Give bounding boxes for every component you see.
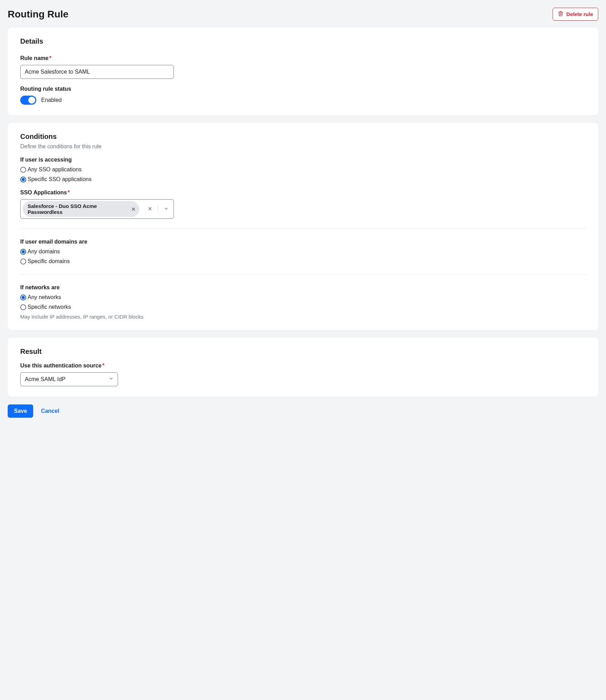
accessing-label: If user is accessing: [20, 157, 586, 163]
clear-all-icon[interactable]: ✕: [145, 205, 155, 213]
conditions-heading: Conditions: [20, 133, 586, 141]
conditions-card: Conditions Define the conditions for thi…: [8, 123, 598, 330]
required-asterisk: *: [102, 363, 104, 368]
details-card: Details Rule name* Routing rule status E…: [8, 28, 598, 115]
result-heading: Result: [20, 348, 586, 356]
rule-name-label: Rule name*: [20, 55, 586, 61]
save-button[interactable]: Save: [8, 404, 33, 418]
radio-specific-networks-label: Specific networks: [28, 304, 71, 310]
radio-any-domains[interactable]: Any domains: [20, 248, 586, 255]
auth-source-select[interactable]: Acme SAML IdP: [20, 372, 118, 386]
divider: [158, 206, 158, 213]
status-value: Enabled: [41, 97, 62, 103]
sso-apps-label: SSO Applications*: [20, 189, 586, 196]
radio-specific-sso-label: Specific SSO applications: [28, 176, 91, 183]
trash-icon: [558, 11, 563, 17]
page-title: Routing Rule: [8, 9, 68, 20]
rule-status-label: Routing rule status: [20, 86, 586, 92]
cancel-button[interactable]: Cancel: [41, 408, 59, 414]
status-toggle[interactable]: [20, 96, 36, 105]
radio-specific-networks[interactable]: Specific networks: [20, 304, 586, 310]
chip-remove-icon[interactable]: ✕: [131, 207, 136, 212]
radio-icon: [20, 295, 26, 300]
divider: [20, 274, 586, 275]
divider: [20, 229, 586, 229]
delete-rule-button[interactable]: Delete rule: [553, 8, 598, 21]
required-asterisk: *: [49, 55, 51, 61]
radio-any-sso-label: Any SSO applications: [28, 166, 82, 173]
radio-specific-domains[interactable]: Specific domains: [20, 258, 586, 265]
rule-name-input[interactable]: [20, 65, 174, 79]
radio-specific-domains-label: Specific domains: [28, 258, 70, 265]
networks-label: If networks are: [20, 284, 586, 291]
chevron-down-icon: [109, 376, 113, 382]
radio-icon: [20, 304, 26, 310]
result-card: Result Use this authentication source* A…: [8, 338, 598, 397]
networks-hint: May include IP addresses, IP ranges, or …: [20, 314, 586, 320]
auth-source-label-text: Use this authentication source: [20, 363, 102, 368]
chip-label: Salesforce - Duo SSO Acme Passwordless: [28, 203, 128, 215]
radio-icon: [20, 249, 26, 255]
domains-label: If user email domains are: [20, 239, 586, 245]
radio-any-domains-label: Any domains: [28, 248, 60, 255]
radio-icon: [20, 167, 26, 173]
chevron-down-icon[interactable]: [161, 205, 171, 214]
toggle-knob: [28, 97, 35, 104]
delete-rule-label: Delete rule: [566, 11, 593, 17]
auth-source-value: Acme SAML IdP: [25, 376, 66, 382]
radio-any-networks[interactable]: Any networks: [20, 294, 586, 300]
radio-icon: [20, 259, 26, 265]
details-heading: Details: [20, 37, 586, 45]
rule-name-label-text: Rule name: [20, 55, 49, 61]
auth-source-label: Use this authentication source*: [20, 363, 586, 369]
footer-actions: Save Cancel: [8, 404, 598, 418]
radio-any-networks-label: Any networks: [28, 294, 61, 300]
radio-icon: [20, 177, 26, 183]
required-asterisk: *: [68, 189, 70, 195]
sso-apps-multiselect[interactable]: Salesforce - Duo SSO Acme Passwordless ✕…: [20, 199, 174, 219]
radio-specific-sso[interactable]: Specific SSO applications: [20, 176, 586, 183]
sso-apps-label-text: SSO Applications: [20, 189, 67, 195]
radio-any-sso[interactable]: Any SSO applications: [20, 166, 586, 173]
sso-app-chip: Salesforce - Duo SSO Acme Passwordless ✕: [23, 201, 139, 217]
conditions-subtitle: Define the conditions for this rule: [20, 143, 586, 150]
